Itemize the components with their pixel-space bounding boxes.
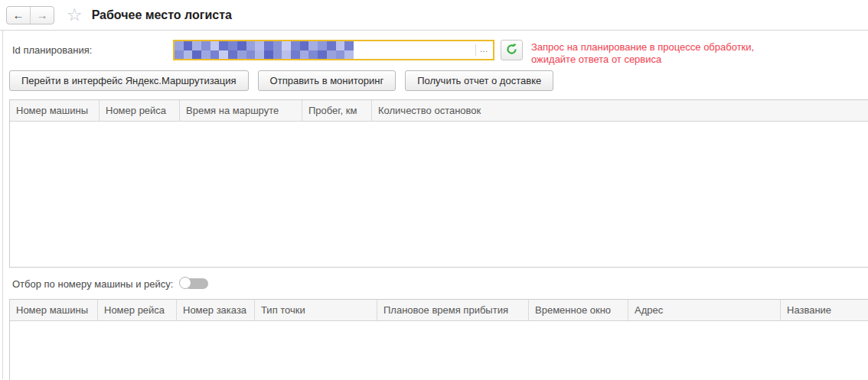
column-header-trip-number[interactable]: Номер рейса (98, 300, 177, 320)
forward-button[interactable]: → (31, 7, 54, 24)
get-delivery-report-button[interactable]: Получить отчет о доставке (405, 70, 553, 91)
filter-toggle[interactable] (179, 277, 209, 291)
column-header-vehicle-number[interactable]: Номер машины (10, 300, 98, 320)
choose-value-button[interactable]: ... (476, 44, 493, 57)
routes-table: Номер машины Номер рейса Время на маршру… (9, 99, 868, 268)
toolbar: Перейти в интерфейс Яндекс.Маршрутизация… (9, 70, 868, 91)
send-to-monitoring-button[interactable]: Отправить в мониторинг (258, 70, 396, 91)
stops-table-body[interactable] (10, 321, 868, 380)
column-header-address[interactable]: Адрес (628, 300, 781, 320)
planning-id-input[interactable]: ... (173, 40, 494, 60)
column-header-point-type[interactable]: Тип точки (255, 300, 377, 320)
title-bar: ← → ☆ Рабочее место логиста (0, 0, 868, 31)
routes-table-header: Номер машины Номер рейса Время на маршру… (10, 100, 868, 122)
column-header-order-number[interactable]: Номер заказа (177, 300, 255, 320)
stops-table: Номер машины Номер рейса Номер заказа Ти… (9, 299, 868, 380)
column-header-trip-number[interactable]: Номер рейса (100, 100, 180, 121)
nav-history-group: ← → (6, 6, 54, 24)
column-header-route-time[interactable]: Время на маршруте (180, 100, 302, 121)
status-line-2: ожидайте ответа от сервиса (531, 54, 799, 66)
column-header-name[interactable]: Название (781, 300, 868, 320)
column-header-planned-arrival[interactable]: Плановое время прибытия (377, 300, 529, 320)
planning-id-label: Id планирования: (9, 40, 173, 60)
logist-workspace-window: ← → ☆ Рабочее место логиста Id планирова… (0, 0, 868, 380)
favorite-star-icon[interactable]: ☆ (67, 6, 83, 24)
column-header-mileage[interactable]: Пробег, км (302, 100, 372, 121)
status-line-1: Запрос на планирование в процессе обрабо… (531, 41, 799, 54)
filter-toggle-label: Отбор по номеру машины и рейсу: (9, 278, 173, 290)
column-header-time-window[interactable]: Временное окно (529, 300, 628, 320)
form-content: Id планирования: ... Запрос на планирова… (2, 31, 868, 379)
column-header-vehicle-number[interactable]: Номер машины (10, 100, 100, 121)
back-button[interactable]: ← (7, 7, 30, 24)
planning-id-row: Id планирования: ... Запрос на планирова… (9, 40, 868, 60)
open-yandex-routing-button[interactable]: Перейти в интерфейс Яндекс.Маршрутизация (9, 70, 249, 91)
refresh-icon (505, 43, 518, 58)
column-header-stops-count[interactable]: Количество остановок (372, 100, 868, 121)
refresh-button[interactable] (501, 40, 523, 60)
page-title: Рабочее место логиста (92, 8, 232, 22)
redacted-id-mosaic (175, 41, 354, 59)
stops-table-header: Номер машины Номер рейса Номер заказа Ти… (10, 300, 868, 321)
routes-table-body[interactable] (10, 122, 868, 267)
status-message: Запрос на планирование в процессе обрабо… (531, 40, 799, 66)
filter-row: Отбор по номеру машины и рейсу: (9, 277, 868, 291)
